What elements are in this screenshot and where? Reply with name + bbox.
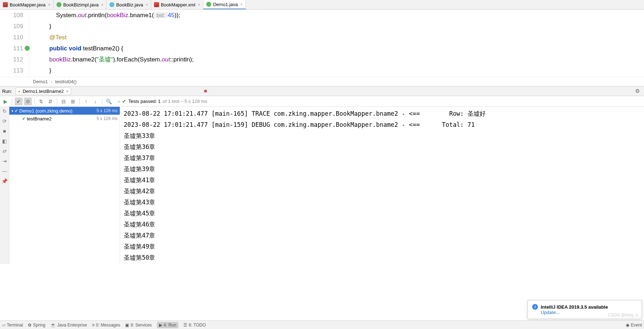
run-tab-label: Demo1.testBname2 — [23, 89, 64, 94]
xml-file-icon — [154, 2, 159, 7]
tab-bookbizimpl-java[interactable]: BookBizimpl.java× — [54, 0, 106, 9]
test-toolbar: ▶ ✔ ⊘ ⇅ ⇵ ⊟ ⊞ ↑ ↓ 🔍 » ✔ Tests passed: 1 … — [0, 96, 644, 107]
code-line: @Test — [36, 32, 644, 43]
editor-tabs: BookMapper.java× BookBizimpl.java× BookB… — [0, 0, 644, 10]
tab-label: BookMapper.java — [10, 2, 45, 8]
test-tree-root[interactable]: ▾ ✔ Demo1 (com.zking.demo) 5 s 128 ms — [9, 107, 120, 115]
line-number: 112 — [0, 54, 23, 65]
line-number: 113 — [0, 65, 23, 76]
close-icon[interactable]: × — [101, 3, 103, 7]
show-passed-button[interactable]: ✔ — [15, 98, 23, 105]
line-number: 108 — [0, 10, 23, 21]
run-panel-header: Run: ⬥ Demo1.testBname2 × ⚙ — [0, 86, 644, 96]
check-icon: ✔ — [22, 116, 25, 121]
separator — [79, 98, 80, 105]
close-icon[interactable]: × — [48, 3, 50, 7]
test-tree[interactable]: ▾ ✔ Demo1 (com.zking.demo) 5 s 128 ms ✔ … — [9, 107, 120, 264]
run-button[interactable]: ▶ — [1, 98, 9, 105]
check-icon: ✔ — [15, 109, 18, 113]
run-side-toolbar: ↻ ⟳ ■ ◧ ⇄ ⇥ ― 📌 — [0, 107, 9, 264]
chevron-right-icon: › — [51, 79, 52, 84]
toggle-button[interactable]: ⟳ — [3, 118, 7, 124]
code-area[interactable]: System.out.println(bookBiz.bname1( bid: … — [29, 10, 644, 77]
stop-button[interactable]: ■ — [3, 128, 6, 134]
tree-label: testBname2 — [27, 116, 51, 121]
code-line: System.out.println(bookBiz.bname1( bid: … — [36, 10, 644, 21]
tree-time: 5 s 128 ms — [96, 116, 118, 121]
code-line: bookBiz.bname2("圣墟").forEach(System.out:… — [36, 54, 644, 65]
tab-bookmapper-java[interactable]: BookMapper.java× — [0, 0, 54, 9]
code-line: } — [36, 21, 644, 32]
tab-label: BookBizimpl.java — [63, 2, 99, 8]
pin-button[interactable]: 📌 — [1, 178, 8, 184]
close-icon[interactable]: × — [198, 3, 200, 7]
next-failed-button[interactable]: ↓ — [91, 98, 99, 105]
rerun-button[interactable]: ↻ — [3, 108, 7, 114]
close-icon[interactable]: × — [241, 2, 243, 6]
interface-file-icon — [109, 2, 114, 7]
tests-status: » ✔ Tests passed: 1 of 1 test – 5 s 128 … — [118, 99, 207, 104]
close-icon[interactable]: × — [145, 3, 148, 7]
tab-label: BookBiz.java — [116, 2, 143, 8]
class-file-icon — [56, 2, 61, 7]
tests-passed-text: Tests passed: 1 — [128, 99, 160, 104]
code-line: public void testBname2() { — [36, 43, 644, 54]
close-icon[interactable]: × — [66, 89, 69, 94]
line-gutter: 108 109 110 111 112 113 — [0, 10, 29, 77]
show-ignored-button[interactable]: ⊘ — [24, 98, 32, 105]
line-number: 111 — [0, 43, 23, 54]
separator — [34, 98, 35, 105]
test-tree-item[interactable]: ✔ testBname2 5 s 128 ms — [9, 115, 120, 123]
modified-indicator-icon — [204, 90, 207, 93]
sort-alpha-button[interactable]: ⇅ — [37, 98, 45, 105]
tree-time: 5 s 128 ms — [96, 108, 118, 113]
breadcrumb-item[interactable]: testlist04() — [55, 79, 76, 84]
expand-all-button[interactable]: ⊟ — [60, 98, 68, 105]
export-button[interactable]: 🔍 — [105, 98, 113, 105]
settings-icon[interactable]: ⚙ — [633, 88, 642, 94]
tab-bookbiz-java[interactable]: BookBiz.java× — [106, 0, 151, 9]
tab-label: BookMapper.xml — [161, 2, 195, 8]
dump-button[interactable]: ◧ — [2, 138, 7, 144]
console-output[interactable]: 2023-08-22 17:01:21.477 [main-165] TRACE… — [120, 107, 644, 264]
separator — [102, 98, 102, 105]
tree-label: Demo1 (com.zking.demo) — [19, 108, 73, 114]
exit-button[interactable]: ⇥ — [3, 158, 7, 164]
line-number: 110 — [0, 32, 23, 43]
layout-button[interactable]: ⇄ — [3, 148, 7, 154]
code-line: } — [36, 65, 644, 76]
separator — [12, 98, 12, 105]
chevron-down-icon[interactable]: ▾ — [11, 109, 13, 113]
test-icon: ⬥ — [18, 89, 20, 94]
line-number: 109 — [0, 21, 23, 32]
code-editor[interactable]: 108 109 110 111 112 113 System.out.print… — [0, 10, 644, 77]
breadcrumb: Demo1 › testlist04() — [0, 77, 644, 86]
breadcrumb-item[interactable]: Demo1 — [33, 79, 48, 84]
prev-failed-button[interactable]: ↑ — [82, 98, 90, 105]
class-file-icon — [206, 2, 211, 7]
sort-duration-button[interactable]: ⇵ — [46, 98, 54, 105]
tab-label: Demo1.java — [213, 2, 238, 7]
separator — [57, 98, 57, 105]
tests-summary-text: of 1 test – 5 s 128 ms — [163, 99, 207, 104]
run-marker-icon[interactable] — [25, 46, 30, 51]
java-file-icon — [3, 2, 8, 7]
separator: ― — [2, 168, 7, 174]
tab-bookmapper-xml[interactable]: BookMapper.xml× — [151, 0, 203, 9]
run-label: Run: — [2, 89, 12, 94]
collapse-all-button[interactable]: ⊞ — [69, 98, 77, 105]
run-config-tab[interactable]: ⬥ Demo1.testBname2 × — [15, 88, 71, 95]
run-body: ↻ ⟳ ■ ◧ ⇄ ⇥ ― 📌 ▾ ✔ Demo1 (com.zking.dem… — [0, 107, 644, 264]
tab-demo1-java[interactable]: Demo1.java× — [203, 0, 246, 9]
chevron-right-icon: » — [118, 99, 120, 104]
check-icon: ✔ — [122, 99, 126, 104]
